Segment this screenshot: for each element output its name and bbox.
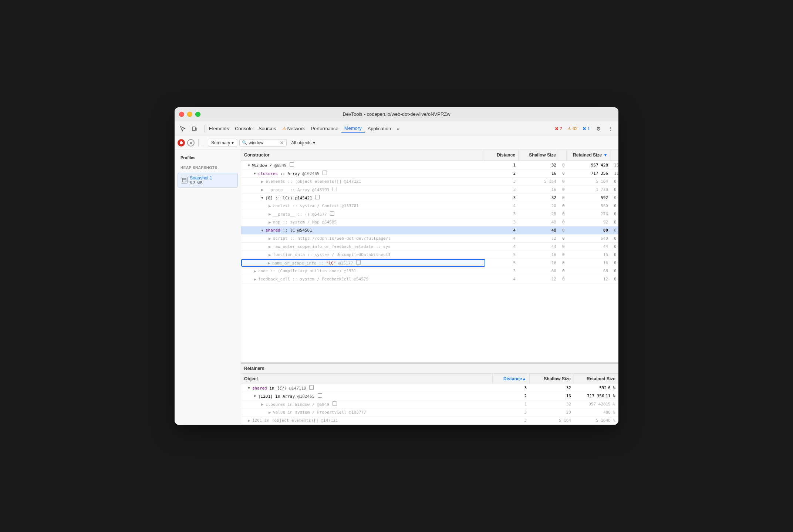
- shallow-pct-cell: 0 %: [559, 259, 567, 267]
- shallow-pct-cell: 0 %: [559, 186, 567, 193]
- toggle-icon[interactable]: [267, 261, 271, 265]
- shallow-pct-cell: 0 %: [559, 169, 567, 177]
- snapshot-icon: [181, 177, 188, 183]
- retained-pct-cell: 0 %: [611, 243, 618, 250]
- info-count[interactable]: ✖ 1: [581, 125, 592, 132]
- toggle-icon[interactable]: [267, 236, 272, 241]
- toggle-icon[interactable]: [267, 245, 272, 249]
- rth-retained[interactable]: Retained Size: [574, 374, 618, 384]
- th-retained[interactable]: Retained Size ▼: [567, 149, 611, 161]
- network-warning-icon: ⚠: [282, 126, 286, 131]
- close-button[interactable]: [179, 112, 184, 117]
- retained-cell: 717 356: [567, 169, 611, 177]
- retainer-row[interactable]: shared in lC() @147119 3 32 5920 %: [241, 384, 618, 392]
- retainer-row[interactable]: 1201 in (object elements)[] @147121 3 5 …: [241, 417, 618, 425]
- summary-dropdown[interactable]: Summary ▾: [208, 139, 237, 147]
- toggle-icon[interactable]: [253, 171, 257, 176]
- toggle-icon[interactable]: [260, 188, 264, 192]
- th-distance[interactable]: Distance: [485, 149, 519, 161]
- toggle-icon[interactable]: [253, 269, 257, 273]
- retainer-row[interactable]: [1201] in Array @102465 2 16 717 35611 %: [241, 392, 618, 400]
- toggle-icon[interactable]: [247, 163, 251, 168]
- objects-dropdown[interactable]: All objects ▾: [289, 139, 317, 147]
- table-row[interactable]: context :: system / Context @153701 4 20…: [241, 202, 618, 210]
- toggle-icon[interactable]: [267, 204, 272, 208]
- retained-pct-cell: 0 %: [611, 267, 618, 275]
- devtools-window: DevTools - codepen.io/web-dot-dev/live/o…: [175, 107, 618, 425]
- ret-constructor-cell: shared in lC() @147119: [241, 384, 493, 392]
- element-picker-icon[interactable]: [178, 124, 188, 134]
- ret-shallow-cell: 32: [530, 384, 574, 392]
- table-row[interactable]: script :: https://cdpn.io/web-dot-dev/fu…: [241, 235, 618, 243]
- toggle-icon[interactable]: [253, 394, 257, 398]
- heap-snapshots-label: HEAP SNAPSHOTS: [178, 164, 238, 171]
- table-row[interactable]: code :: (CompileLazy builtin code) @1931…: [241, 267, 618, 275]
- table-row[interactable]: [0] :: lC() @145421 3 32 0 % 592 0 %: [241, 194, 618, 202]
- table-row[interactable]: closures :: Array @102465 2 16 0 % 717 3…: [241, 169, 618, 178]
- toggle-icon[interactable]: [260, 228, 264, 233]
- snapshot-item[interactable]: Snapshot 1 6.3 MB: [178, 173, 238, 188]
- svg-rect-1: [195, 128, 197, 130]
- constructor-cell: [0] :: lC() @145421: [241, 194, 485, 202]
- filter-input[interactable]: [249, 140, 278, 145]
- retained-cell: 540: [567, 235, 611, 242]
- link-icon: [333, 187, 337, 191]
- toggle-icon[interactable]: [267, 212, 272, 216]
- tab-application[interactable]: Application: [365, 124, 394, 133]
- link-icon: [333, 401, 337, 406]
- table-row[interactable]: feedback_cell :: system / FeedbackCell @…: [241, 275, 618, 283]
- filter-clear-icon[interactable]: ✕: [280, 140, 284, 145]
- tab-memory[interactable]: Memory: [341, 124, 365, 133]
- stop-button[interactable]: [187, 139, 195, 147]
- tab-elements[interactable]: Elements: [206, 124, 232, 133]
- tab-sources[interactable]: Sources: [256, 124, 279, 133]
- settings-icon[interactable]: ⚙: [593, 124, 604, 134]
- toggle-icon[interactable]: [260, 196, 264, 200]
- retainer-row[interactable]: closures in Window / @6849 1 32 957 4281…: [241, 400, 618, 408]
- table-row[interactable]: map :: system / Map @54585 3 40 0 % 92 0…: [241, 218, 618, 226]
- table-row[interactable]: __proto__ :: () @54577 3 28 0 % 276 0 %: [241, 210, 618, 218]
- toggle-icon[interactable]: [260, 179, 264, 184]
- retained-pct-cell: 0 %: [611, 210, 618, 218]
- tab-console[interactable]: Console: [232, 124, 256, 133]
- retained-cell: 1 728: [567, 186, 611, 193]
- constructor-cell: __proto__ :: () @54577: [241, 210, 485, 218]
- toggle-icon[interactable]: [247, 418, 251, 423]
- toggle-icon[interactable]: [267, 253, 272, 257]
- record-button[interactable]: [178, 139, 185, 147]
- more-options-icon[interactable]: ⋮: [605, 124, 615, 134]
- table-row[interactable]: function_data :: system / UncompiledData…: [241, 251, 618, 259]
- warning-count[interactable]: ⚠ 62: [566, 125, 579, 132]
- toggle-icon[interactable]: [267, 220, 272, 225]
- toggle-icon[interactable]: [247, 386, 251, 390]
- table-row-selected[interactable]: shared :: lC @54581 4 48 0 % 80 0 %: [241, 226, 618, 235]
- traffic-lights: [179, 112, 200, 117]
- retained-cell: 12: [567, 275, 611, 283]
- minimize-button[interactable]: [187, 112, 192, 117]
- table-row[interactable]: elements :: (object elements)[] @147121 …: [241, 178, 618, 186]
- table-row-circled[interactable]: name_or_scope_info :: "lC" @15177 5 16 0…: [241, 259, 618, 267]
- error-count[interactable]: ✖ 2: [553, 125, 564, 132]
- shallow-pct-cell: 0 %: [559, 210, 567, 218]
- retainer-row[interactable]: value in system / PropertyCell @103777 3…: [241, 408, 618, 417]
- retained-cell: 5 164: [567, 178, 611, 185]
- table-row[interactable]: Window / @6849 1 32 0 % 957 428 15 %: [241, 161, 618, 169]
- maximize-button[interactable]: [195, 112, 200, 117]
- rth-distance[interactable]: Distance▲: [493, 374, 530, 384]
- sort-arrow-icon: ▼: [603, 152, 608, 158]
- distance-cell: 1: [485, 161, 519, 169]
- distance-cell: 5: [485, 251, 519, 259]
- toggle-icon[interactable]: [267, 410, 272, 415]
- th-shallow[interactable]: Shallow Size: [519, 149, 559, 161]
- device-toolbar-icon[interactable]: [189, 124, 200, 134]
- table-row[interactable]: __proto__ :: Array @145193 3 16 0 % 1 72…: [241, 186, 618, 194]
- rth-shallow[interactable]: Shallow Size: [530, 374, 574, 384]
- toggle-icon[interactable]: [253, 277, 257, 282]
- secondary-toolbar: Summary ▾ 🔍 ✕ All objects ▾: [175, 136, 618, 149]
- toolbar-right: ✖ 2 ⚠ 62 ✖ 1 ⚙ ⋮: [553, 124, 615, 134]
- toggle-icon[interactable]: [260, 402, 264, 407]
- tab-performance[interactable]: Performance: [308, 124, 341, 133]
- more-tabs-btn[interactable]: »: [394, 124, 402, 133]
- tab-network[interactable]: ⚠ Network: [279, 124, 308, 133]
- table-row[interactable]: raw_outer_scope_info_or_feedback_metadat…: [241, 243, 618, 251]
